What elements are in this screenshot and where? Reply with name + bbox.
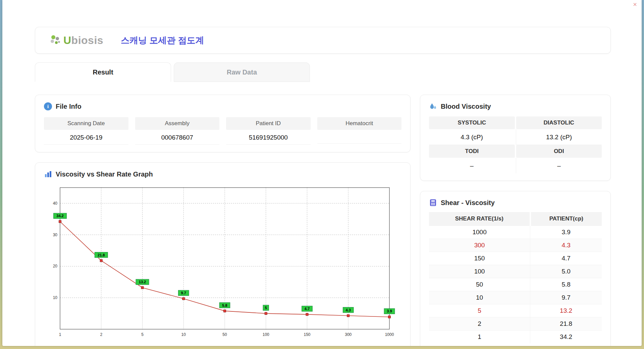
field-scanning-date: Scanning Date 2025-06-19 bbox=[44, 117, 128, 145]
field-value: 2025-06-19 bbox=[44, 130, 128, 145]
field-value: 000678607 bbox=[135, 130, 220, 145]
shear-rate-cell: 300 bbox=[429, 239, 530, 252]
logo-text: Ubiosis bbox=[63, 34, 103, 47]
chart-area: 102030401251050100150300100034.221.813.2… bbox=[44, 184, 401, 343]
patient-cell: 13.2 bbox=[530, 304, 602, 317]
svg-text:150: 150 bbox=[304, 332, 310, 337]
table-row: 1504.7 bbox=[429, 252, 602, 265]
field-label: Hematocrit bbox=[317, 117, 402, 130]
field-label: Scanning Date bbox=[44, 117, 128, 130]
tab-bar: Result Raw Data bbox=[35, 62, 611, 82]
page-title: 스캐닝 모세관 점도계 bbox=[121, 35, 204, 46]
patient-cell: 5.8 bbox=[530, 278, 602, 291]
graph-header: Viscosity vs Shear Rate Graph bbox=[44, 170, 401, 178]
shear-rate-cell: 150 bbox=[429, 252, 530, 265]
field-patient-id: Patient ID 51691925000 bbox=[226, 117, 311, 145]
tab-result[interactable]: Result bbox=[35, 62, 171, 82]
logo-dots-icon bbox=[49, 34, 62, 47]
info-icon: i bbox=[44, 102, 52, 110]
bv-label-odi: ODI bbox=[516, 145, 602, 158]
shear-rate-cell: 1 bbox=[429, 331, 530, 344]
bv-head-row: SYSTOLIC DIASTOLIC bbox=[429, 116, 602, 129]
svg-text:300: 300 bbox=[345, 332, 352, 337]
svg-text:10: 10 bbox=[181, 332, 186, 337]
svg-text:2: 2 bbox=[100, 332, 102, 337]
logo-rest: biosis bbox=[71, 34, 103, 46]
viscosity-chart: 102030401251050100150300100034.221.813.2… bbox=[44, 184, 395, 341]
svg-text:20: 20 bbox=[53, 264, 58, 268]
file-info-title: File Info bbox=[56, 103, 82, 110]
patient-cell: 4.3 bbox=[530, 239, 602, 252]
patient-cell: 9.7 bbox=[530, 291, 602, 304]
app-window: × Ubiosis 스캐닝 모세관 점도계 Result Raw D bbox=[2, 0, 642, 346]
patient-cell: 34.2 bbox=[530, 331, 602, 344]
column-shear-rate: SHEAR RATE(1/s) bbox=[429, 212, 530, 226]
svg-text:1000: 1000 bbox=[385, 332, 394, 337]
svg-text:50: 50 bbox=[222, 332, 227, 337]
shear-rate-cell: 50 bbox=[429, 278, 530, 291]
shear-rate-cell: 100 bbox=[429, 265, 530, 278]
svg-text:9.7: 9.7 bbox=[181, 291, 186, 295]
bv-value-diastolic: 13.2 (cP) bbox=[516, 129, 602, 145]
water-drop-icon bbox=[429, 102, 437, 110]
shear-viscosity-title: Shear - Viscosity bbox=[441, 199, 495, 207]
field-value bbox=[317, 130, 402, 144]
app-header: Ubiosis 스캐닝 모세관 점도계 bbox=[35, 27, 611, 54]
svg-text:5.8: 5.8 bbox=[222, 303, 227, 307]
field-label: Assembly bbox=[135, 117, 220, 130]
logo-letter-u: U bbox=[63, 34, 71, 46]
file-info-fields: Scanning Date 2025-06-19 Assembly 000678… bbox=[44, 117, 401, 145]
bv-value-todi: – bbox=[429, 158, 515, 173]
bv-label-todi: TODI bbox=[429, 145, 515, 158]
close-icon[interactable]: × bbox=[633, 1, 637, 8]
left-column: i File Info Scanning Date 2025-06-19 Ass… bbox=[35, 95, 411, 346]
bv-value-row: 4.3 (cP) 13.2 (cP) bbox=[429, 129, 602, 145]
table-row: 505.8 bbox=[429, 278, 602, 291]
table-row: 513.2 bbox=[429, 304, 602, 317]
bv-value-systolic: 4.3 (cP) bbox=[429, 129, 515, 145]
table-row: 3004.3 bbox=[429, 239, 602, 252]
file-info-header: i File Info bbox=[44, 102, 401, 110]
bv-value-row: – – bbox=[429, 158, 602, 173]
bv-label-diastolic: DIASTOLIC bbox=[516, 116, 602, 129]
patient-cell: 4.7 bbox=[530, 252, 602, 265]
blood-viscosity-header: Blood Viscosity bbox=[429, 102, 602, 110]
shear-table-body: 10003.93004.31504.71005.0505.8109.7513.2… bbox=[429, 226, 602, 344]
blood-viscosity-title: Blood Viscosity bbox=[441, 103, 491, 110]
svg-text:4.7: 4.7 bbox=[305, 307, 310, 311]
shear-rate-cell: 5 bbox=[429, 304, 530, 317]
file-info-card: i File Info Scanning Date 2025-06-19 Ass… bbox=[35, 95, 411, 152]
blood-viscosity-card: Blood Viscosity SYSTOLIC DIASTOLIC 4.3 (… bbox=[420, 95, 611, 181]
svg-text:4.3: 4.3 bbox=[346, 308, 351, 312]
ubiosis-logo: Ubiosis bbox=[49, 34, 103, 47]
bv-head-row: TODI ODI bbox=[429, 145, 602, 158]
patient-cell: 5.0 bbox=[530, 265, 602, 278]
shear-viscosity-card: Shear - Viscosity SHEAR RATE(1/s) PATIEN… bbox=[420, 191, 611, 346]
bar-chart-icon bbox=[44, 170, 52, 178]
field-label: Patient ID bbox=[226, 117, 311, 130]
shear-viscosity-table: SHEAR RATE(1/s) PATIENT(cp) 10003.93004.… bbox=[429, 212, 602, 343]
svg-text:40: 40 bbox=[53, 201, 58, 206]
content-area: i File Info Scanning Date 2025-06-19 Ass… bbox=[35, 95, 611, 346]
svg-text:1: 1 bbox=[59, 332, 61, 337]
svg-text:10: 10 bbox=[53, 295, 58, 300]
svg-text:3.9: 3.9 bbox=[387, 309, 392, 313]
shear-viscosity-header: Shear - Viscosity bbox=[429, 199, 602, 207]
field-assembly: Assembly 000678607 bbox=[135, 117, 220, 145]
table-row: 221.8 bbox=[429, 317, 602, 331]
graph-title: Viscosity vs Shear Rate Graph bbox=[56, 170, 153, 178]
column-patient: PATIENT(cp) bbox=[530, 212, 602, 226]
patient-cell: 21.8 bbox=[530, 317, 602, 331]
field-value: 51691925000 bbox=[226, 130, 311, 145]
table-row: 1005.0 bbox=[429, 265, 602, 278]
svg-text:5: 5 bbox=[141, 332, 144, 337]
tab-raw-data[interactable]: Raw Data bbox=[174, 62, 310, 82]
svg-text:5: 5 bbox=[265, 306, 267, 310]
svg-text:100: 100 bbox=[263, 332, 269, 337]
field-hematocrit: Hematocrit bbox=[317, 117, 402, 145]
right-column: Blood Viscosity SYSTOLIC DIASTOLIC 4.3 (… bbox=[420, 95, 611, 346]
bv-value-odi: – bbox=[516, 158, 602, 173]
shear-table-head: SHEAR RATE(1/s) PATIENT(cp) bbox=[429, 212, 602, 226]
table-row: 10003.9 bbox=[429, 226, 602, 239]
svg-text:34.2: 34.2 bbox=[56, 214, 63, 218]
